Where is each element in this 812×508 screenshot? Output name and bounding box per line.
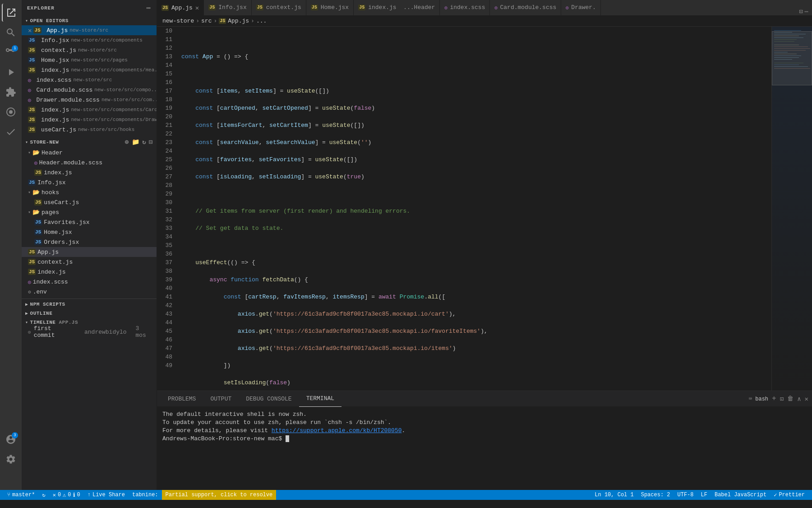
open-editor-indexjs-card[interactable]: JS index.js new-store/src/components/Car… (22, 105, 157, 115)
search-activity-icon[interactable] (2, 23, 20, 42)
terminal-line-4: Andrews-MacBook-Pro:store-new mac$ (162, 435, 807, 443)
open-editor-drawerscss[interactable]: ◎ Drawer.module.scss new-store/src/com..… (22, 95, 157, 105)
terminal-collapse-icon[interactable]: ∧ (797, 395, 801, 403)
status-encoding[interactable]: UTF-8 (674, 490, 697, 500)
close-appjs-icon[interactable]: ✕ (28, 27, 32, 34)
tree-item-headerscss[interactable]: ◎ Header.module.scss (22, 158, 157, 168)
tree-folder-pages[interactable]: ▾ 📂 pages (22, 207, 157, 217)
tree-item-indexjs-root[interactable]: JS index.js (22, 267, 157, 277)
new-folder-icon[interactable]: 📁 (132, 138, 140, 146)
outline-label[interactable]: ▶ OUTLINE (22, 309, 157, 318)
terminal-tab-debug[interactable]: DEBUG CONSOLE (239, 391, 299, 407)
terminal-add-icon[interactable]: + (772, 395, 776, 403)
minimap[interactable] (771, 27, 812, 391)
open-editor-homejsx[interactable]: JS Home.jsx new-store/src/pages (22, 55, 157, 65)
open-editor-indexjs-draw[interactable]: JS index.js new-store/src/components/Dra… (22, 115, 157, 125)
js-icon-tab-info: JS (208, 5, 216, 10)
npm-scripts-label[interactable]: ▶ NPM SCRIPTS (22, 300, 157, 309)
open-editors-label[interactable]: ▾ OPEN EDITORS (22, 16, 157, 25)
code-content[interactable]: const App = () => { const [items, setIte… (178, 27, 771, 391)
tree-item-env[interactable]: ⚙ .env (22, 287, 157, 297)
remote-activity-icon[interactable] (2, 103, 20, 121)
store-new-label[interactable]: ▾ STORE-NEW ⊕ 📁 ↻ ⊟ (22, 136, 157, 148)
breadcrumb-new-store[interactable]: new-store (162, 18, 194, 24)
chevron-hooks: ▾ (28, 190, 31, 195)
terminal-split-icon[interactable]: ⊡ (780, 395, 784, 403)
terminal-link[interactable]: https://support.apple.com/kb/HT208050 (272, 427, 402, 434)
spaces-label: Spaces: 2 (641, 492, 670, 498)
terminal-close-icon[interactable]: ✕ (805, 395, 808, 403)
tree-item-contextjs[interactable]: JS context.js (22, 257, 157, 267)
tab-cardscss[interactable]: ◎ Card.module.scss (490, 0, 561, 15)
breadcrumb-appjs[interactable]: App.js (228, 18, 249, 24)
tab-indexjs-header[interactable]: JS index.js ...Header (354, 0, 440, 15)
status-errors[interactable]: ✕ 0 ⚠ 0 ℹ 0 (49, 490, 84, 500)
more-tabs-icon[interactable]: ⋯ (805, 8, 808, 15)
tree-item-favoritesjsx[interactable]: JS Favorites.jsx (22, 217, 157, 227)
open-editor-contextjs[interactable]: JS context.js new-store/src (22, 45, 157, 55)
tab-close-appjs[interactable]: ✕ (195, 4, 199, 12)
terminal-tab-problems[interactable]: PROBLEMS (161, 391, 203, 407)
tab-contextjs[interactable]: JS context.js (252, 0, 306, 15)
status-prettier[interactable]: ✓ Prettier (770, 490, 808, 500)
chevron-pages: ▾ (28, 210, 31, 215)
terminal-line-2: To update your account to use zsh, pleas… (162, 419, 807, 427)
status-sync[interactable]: ↻ (38, 490, 49, 500)
svg-point-1 (9, 110, 13, 114)
tree-item-appjs[interactable]: JS App.js (22, 247, 157, 257)
extensions-activity-icon[interactable] (2, 83, 20, 101)
status-spaces[interactable]: Spaces: 2 (637, 490, 674, 500)
js-icon-breadcrumb: JS (219, 18, 226, 24)
terminal-trash-icon[interactable]: 🗑 (787, 395, 794, 402)
tree-item-indexscss-root[interactable]: ◎ index.scss (22, 277, 157, 287)
status-live-share[interactable]: ↑ Live Share (84, 490, 129, 500)
minimap-thumb[interactable] (772, 31, 812, 85)
tree-item-ordersjsx[interactable]: JS Orders.jsx (22, 237, 157, 247)
sidebar-menu-icon[interactable]: ⋯ (146, 4, 151, 13)
tab-homejsx[interactable]: JS Home.jsx (306, 0, 354, 15)
collapse-icon[interactable]: ⊟ (149, 138, 153, 146)
status-ln-col[interactable]: Ln 10, Col 1 (591, 490, 637, 500)
tree-item-indexjs-header[interactable]: JS index.js (22, 168, 157, 177)
breadcrumb-more[interactable]: ... (256, 18, 267, 24)
open-editor-indexjs-header[interactable]: JS index.js new-store/src/components/Hea… (22, 65, 157, 75)
tree-item-homejsx[interactable]: JS Home.jsx (22, 227, 157, 237)
open-editor-appjs[interactable]: ✕ JS App.js new-store/src (22, 25, 157, 35)
breadcrumb-src[interactable]: src (201, 18, 212, 24)
tree-folder-header[interactable]: ▾ 📂 Header (22, 148, 157, 158)
tree-item-infojsx[interactable]: JS Info.jsx (22, 177, 157, 187)
explorer-icon[interactable] (2, 4, 20, 22)
js-icon-usecart: JS (28, 126, 36, 133)
tab-infojsx[interactable]: JS Info.jsx (204, 0, 251, 15)
open-editor-cardscss[interactable]: ◎ Card.module.scss new-store/src/compo..… (22, 85, 157, 95)
sync-icon: ↻ (42, 492, 45, 499)
status-tabnine[interactable]: tabnine: (129, 490, 162, 500)
sidebar: EXPLORER ⋯ ▾ OPEN EDITORS ✕ JS App.js ne… (22, 0, 157, 490)
split-editor-icon[interactable]: ⊡ (799, 8, 803, 15)
status-branch[interactable]: ⑂ master* (4, 490, 38, 500)
status-partial-support[interactable]: Partial support, click to resolve (162, 490, 277, 500)
open-editor-infojsx[interactable]: JS Info.jsx new-store/src/components (22, 35, 157, 45)
tree-folder-hooks[interactable]: ▾ 📂 hooks (22, 187, 157, 197)
terminal-content[interactable]: The default interactive shell is now zsh… (157, 407, 812, 490)
timeline-commit-item[interactable]: ⊙ first commit andrewbidylo 3 mos (22, 327, 157, 337)
terminal-tab-terminal[interactable]: TERMINAL (299, 391, 341, 407)
testing-activity-icon[interactable] (2, 123, 20, 141)
new-file-icon[interactable]: ⊕ (125, 138, 129, 146)
open-editor-indexscss[interactable]: ◎ index.scss new-store/src (22, 75, 157, 85)
terminal-shell-icon: ⌨ (749, 396, 752, 402)
terminal-tab-output[interactable]: OUTPUT (203, 391, 239, 407)
refresh-icon[interactable]: ↻ (142, 138, 146, 146)
source-control-activity-icon[interactable]: 1 (2, 43, 20, 61)
tab-appjs[interactable]: JS App.js ✕ (157, 0, 204, 15)
open-editor-usecartjs[interactable]: JS useCart.js new-store/src/hooks (22, 125, 157, 135)
status-language[interactable]: Babel JavaScript (711, 490, 770, 500)
settings-activity-icon[interactable] (2, 450, 20, 468)
language-label: Babel JavaScript (715, 492, 766, 498)
tab-indexscss[interactable]: ◎ index.scss (440, 0, 490, 15)
tab-drawerscss[interactable]: ◎ Drawer. (561, 0, 601, 15)
account-activity-icon[interactable]: 3 (2, 430, 20, 448)
tree-item-usecartjs[interactable]: JS useCart.js (22, 197, 157, 207)
run-activity-icon[interactable] (2, 63, 20, 81)
status-line-ending[interactable]: LF (697, 490, 711, 500)
